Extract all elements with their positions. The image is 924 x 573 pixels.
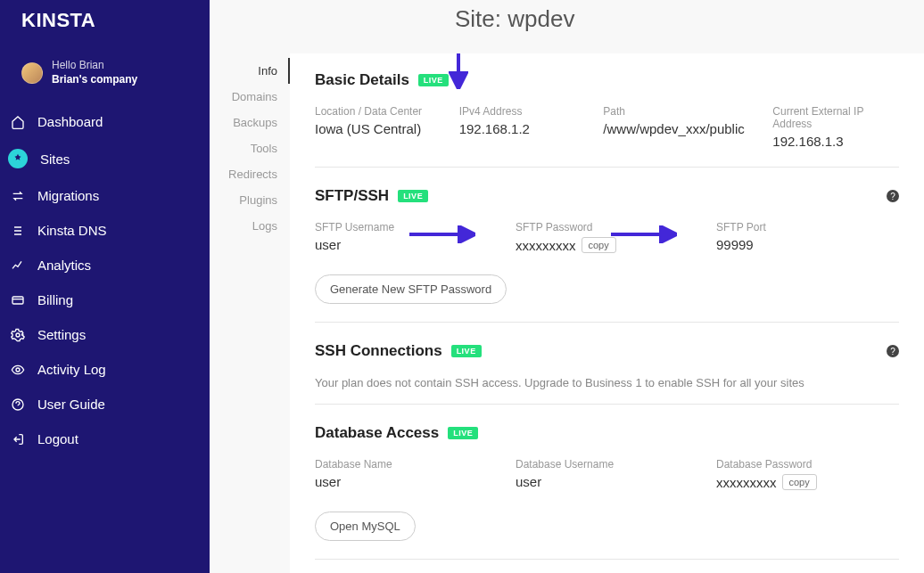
help-icon[interactable]: ?	[887, 345, 899, 357]
nav-item-label: Migrations	[37, 188, 99, 203]
value-sftp-pass: xxxxxxxxx copy	[516, 237, 698, 253]
primary-nav: DashboardSitesMigrationsKinsta DNSAnalyt…	[0, 104, 210, 456]
user-block[interactable]: Hello Brian Brian's company	[0, 50, 210, 104]
section-database: Database Access LIVE Database Name user …	[315, 424, 899, 560]
dns-icon	[11, 224, 25, 238]
ssh-upgrade-note: Your plan does not contain SSH access. U…	[315, 376, 899, 389]
label-sftp-pass: SFTP Password	[516, 221, 698, 233]
live-badge: LIVE	[448, 427, 478, 439]
tab-domains[interactable]: Domains	[210, 84, 290, 110]
label-db-pass: Database Password	[716, 458, 899, 471]
value-location: Iowa (US Central)	[315, 121, 441, 136]
tab-logs[interactable]: Logs	[210, 213, 290, 239]
card-icon	[11, 293, 25, 307]
section-basic-details: Basic Details LIVE Location / Data Cente…	[315, 71, 899, 168]
site-tabs: InfoDomainsBackupsToolsRedirectsPluginsL…	[210, 0, 290, 573]
gear-icon	[11, 328, 25, 342]
nav-item-label: Billing	[37, 292, 73, 307]
nav-item-label: Kinsta DNS	[37, 223, 107, 238]
nav-item-label: Logout	[37, 431, 78, 446]
section-title-ssh: SSH Connections	[315, 342, 442, 360]
nav-item-logout[interactable]: Logout	[0, 422, 210, 456]
section-sftp: SFTP/SSH LIVE ? SFTP Username user SFTP …	[315, 187, 899, 323]
home-icon	[11, 115, 25, 129]
eye-icon	[11, 363, 25, 377]
nav-item-label: Dashboard	[37, 114, 103, 129]
nav-item-sites[interactable]: Sites	[0, 139, 210, 178]
svg-point-2	[16, 333, 20, 337]
value-extip: 192.168.1.3	[772, 134, 899, 149]
tab-redirects[interactable]: Redirects	[210, 161, 290, 187]
help-icon[interactable]: ?	[887, 190, 899, 202]
tab-info[interactable]: Info	[210, 58, 290, 84]
nav-item-label: Analytics	[37, 258, 91, 273]
nav-item-analytics[interactable]: Analytics	[0, 248, 210, 282]
logout-icon	[11, 432, 25, 446]
label-sftp-user: SFTP Username	[315, 221, 498, 233]
value-ipv4: 192.168.1.2	[459, 121, 586, 136]
section-title-sftp: SFTP/SSH	[315, 187, 389, 205]
nav-item-user-guide[interactable]: User Guide	[0, 387, 210, 422]
value-sftp-user: user	[315, 237, 498, 252]
open-mysql-button[interactable]: Open MySQL	[315, 512, 416, 541]
copy-button[interactable]: copy	[782, 474, 817, 490]
label-db-user: Database Username	[516, 458, 698, 471]
nav-item-kinsta-dns[interactable]: Kinsta DNS	[0, 213, 210, 248]
generate-sftp-password-button[interactable]: Generate New SFTP Password	[315, 274, 507, 304]
user-greeting: Hello Brian	[52, 59, 137, 73]
label-path: Path	[603, 105, 755, 118]
label-db-name: Database Name	[315, 458, 498, 471]
nav-item-label: Activity Log	[37, 362, 106, 377]
nav-item-label: User Guide	[37, 397, 105, 412]
nav-item-activity-log[interactable]: Activity Log	[0, 352, 210, 387]
value-db-name: user	[315, 474, 498, 489]
user-company: Brian's company	[52, 73, 137, 87]
nav-item-dashboard[interactable]: Dashboard	[0, 104, 210, 139]
label-location: Location / Data Center	[315, 105, 441, 118]
avatar	[21, 62, 43, 84]
help-icon	[11, 397, 25, 412]
copy-button[interactable]: copy	[582, 237, 616, 253]
migrations-icon	[11, 189, 25, 203]
tab-backups[interactable]: Backups	[210, 110, 290, 135]
sidebar: KINSTA Hello Brian Brian's company Dashb…	[0, 0, 210, 573]
value-db-pass: xxxxxxxxx copy	[716, 474, 899, 490]
svg-point-3	[16, 368, 20, 372]
section-title-basic: Basic Details	[315, 71, 409, 89]
nav-item-label: Settings	[37, 327, 86, 342]
brand-logo: KINSTA	[0, 0, 210, 50]
nav-item-settings[interactable]: Settings	[0, 317, 210, 352]
label-sftp-port: SFTP Port	[716, 221, 899, 233]
live-badge: LIVE	[418, 74, 449, 86]
value-db-user: user	[516, 474, 698, 489]
content-panel: Basic Details LIVE Location / Data Cente…	[290, 53, 924, 573]
value-sftp-port: 99999	[716, 237, 899, 252]
nav-item-billing[interactable]: Billing	[0, 282, 210, 317]
label-ipv4: IPv4 Address	[459, 105, 586, 118]
nav-item-migrations[interactable]: Migrations	[0, 178, 210, 213]
section-title-db: Database Access	[315, 424, 439, 442]
value-path: /www/wpdev_xxx/public	[603, 121, 755, 136]
tab-tools[interactable]: Tools	[210, 135, 290, 161]
page-title: Site: wpdev	[455, 5, 574, 33]
svg-rect-0	[12, 297, 23, 304]
section-ssh: SSH Connections LIVE ? Your plan does no…	[315, 342, 899, 405]
nav-item-label: Sites	[40, 151, 70, 167]
live-badge: LIVE	[398, 190, 428, 202]
label-extip: Current External IP Address	[772, 105, 899, 130]
tab-plugins[interactable]: Plugins	[210, 187, 290, 213]
analytics-icon	[11, 258, 25, 273]
live-badge: LIVE	[451, 345, 482, 357]
sites-icon	[8, 149, 28, 168]
